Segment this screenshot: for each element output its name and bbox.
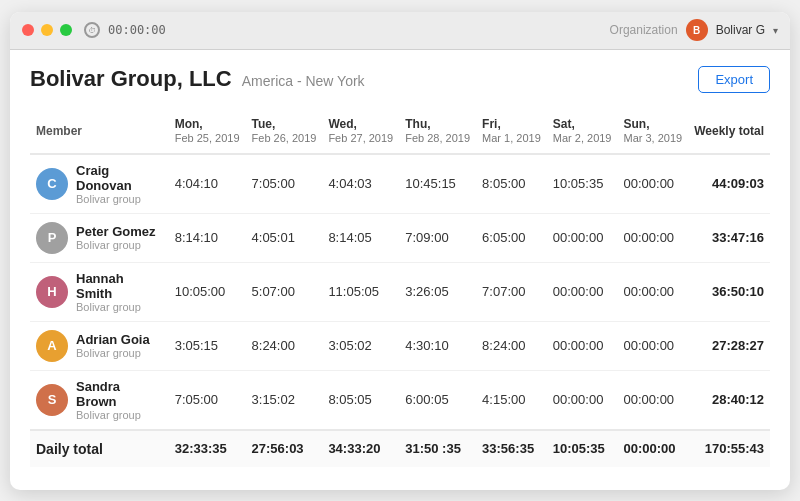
org-label: Organization [610,23,678,37]
member-cell-2: H Hannah Smith Bolivar group [30,262,169,321]
timer-icon: ⏱ [84,22,100,38]
avatar: S [36,384,68,416]
maximize-button[interactable] [60,24,72,36]
member-name: Craig Donovan [76,163,163,193]
tue-header: Tue, Feb 26, 2019 [246,109,323,154]
table-row: P Peter Gomez Bolivar group 8:14:104:05:… [30,213,770,262]
daily-total-sat: 10:05:35 [547,430,618,467]
sun-time-0: 00:00:00 [617,154,688,214]
thu-time-0: 10:45:15 [399,154,476,214]
export-button[interactable]: Export [698,66,770,93]
daily-total-row: Daily total32:33:3527:56:0334:33:2031:50… [30,430,770,467]
mon-time-4: 7:05:00 [169,370,246,430]
weekly-header: Weekly total [688,109,770,154]
weekly-total-4: 28:40:12 [688,370,770,430]
daily-total-label: Daily total [30,430,169,467]
avatar: H [36,276,68,308]
traffic-lights [22,24,72,36]
mon-header: Mon, Feb 25, 2019 [169,109,246,154]
member-name: Adrian Goia [76,332,150,347]
table-row: C Craig Donovan Bolivar group 4:04:107:0… [30,154,770,214]
wed-time-4: 8:05:05 [322,370,399,430]
daily-total-fri: 33:56:35 [476,430,547,467]
thu-time-4: 6:00:05 [399,370,476,430]
main-window: ⏱ 00:00:00 Organization B Bolivar G ▾ Bo… [10,12,790,490]
sat-time-1: 00:00:00 [547,213,618,262]
fri-time-1: 6:05:00 [476,213,547,262]
weekly-total-3: 27:28:27 [688,321,770,370]
member-cell-4: S Sandra Brown Bolivar group [30,370,169,430]
tue-time-3: 8:24:00 [246,321,323,370]
member-group: Bolivar group [76,347,150,359]
table-row: H Hannah Smith Bolivar group 10:05:005:0… [30,262,770,321]
minimize-button[interactable] [41,24,53,36]
weekly-grand-total: 170:55:43 [688,430,770,467]
wed-time-1: 8:14:05 [322,213,399,262]
member-name: Hannah Smith [76,271,163,301]
member-group: Bolivar group [76,301,163,313]
wed-time-0: 4:04:03 [322,154,399,214]
avatar: C [36,168,68,200]
sun-time-2: 00:00:00 [617,262,688,321]
weekly-total-2: 36:50:10 [688,262,770,321]
sat-time-3: 00:00:00 [547,321,618,370]
titlebar: ⏱ 00:00:00 Organization B Bolivar G ▾ [10,12,790,50]
daily-total-sun: 00:00:00 [617,430,688,467]
table-row: S Sandra Brown Bolivar group 7:05:003:15… [30,370,770,430]
thu-time-1: 7:09:00 [399,213,476,262]
fri-time-3: 8:24:00 [476,321,547,370]
thu-time-3: 4:30:10 [399,321,476,370]
close-button[interactable] [22,24,34,36]
page-title-area: Bolivar Group, LLC America - New York [30,66,365,92]
sun-header: Sun, Mar 3, 2019 [617,109,688,154]
member-group: Bolivar group [76,193,163,205]
member-cell-3: A Adrian Goia Bolivar group [30,321,169,370]
daily-total-tue: 27:56:03 [246,430,323,467]
mon-time-2: 10:05:00 [169,262,246,321]
member-cell-0: C Craig Donovan Bolivar group [30,154,169,214]
tue-time-2: 5:07:00 [246,262,323,321]
sat-time-2: 00:00:00 [547,262,618,321]
daily-total-wed: 34:33:20 [322,430,399,467]
wed-header: Wed, Feb 27, 2019 [322,109,399,154]
wed-time-2: 11:05:05 [322,262,399,321]
sat-time-0: 10:05:35 [547,154,618,214]
org-area: Organization B Bolivar G ▾ [610,19,778,41]
fri-time-2: 7:07:00 [476,262,547,321]
sat-time-4: 00:00:00 [547,370,618,430]
fri-time-0: 8:05:00 [476,154,547,214]
mon-time-1: 8:14:10 [169,213,246,262]
member-cell-1: P Peter Gomez Bolivar group [30,213,169,262]
tue-time-0: 7:05:00 [246,154,323,214]
sun-time-4: 00:00:00 [617,370,688,430]
fri-time-4: 4:15:00 [476,370,547,430]
org-avatar: B [686,19,708,41]
member-name: Peter Gomez [76,224,155,239]
daily-total-thu: 31:50 :35 [399,430,476,467]
org-name: Bolivar G [716,23,765,37]
sat-header: Sat, Mar 2, 2019 [547,109,618,154]
timer-display: 00:00:00 [108,23,166,37]
time-table: Member Mon, Feb 25, 2019 Tue, Feb 26, 20… [30,109,770,467]
page-header: Bolivar Group, LLC America - New York Ex… [30,66,770,93]
mon-time-0: 4:04:10 [169,154,246,214]
mon-time-3: 3:05:15 [169,321,246,370]
weekly-total-1: 33:47:16 [688,213,770,262]
content-area: Bolivar Group, LLC America - New York Ex… [10,50,790,490]
thu-header: Thu, Feb 28, 2019 [399,109,476,154]
org-chevron-icon[interactable]: ▾ [773,25,778,36]
page-title: Bolivar Group, LLC [30,66,232,92]
member-group: Bolivar group [76,239,155,251]
table-row: A Adrian Goia Bolivar group 3:05:158:24:… [30,321,770,370]
daily-total-mon: 32:33:35 [169,430,246,467]
thu-time-2: 3:26:05 [399,262,476,321]
table-header-row: Member Mon, Feb 25, 2019 Tue, Feb 26, 20… [30,109,770,154]
wed-time-3: 3:05:02 [322,321,399,370]
tue-time-1: 4:05:01 [246,213,323,262]
fri-header: Fri, Mar 1, 2019 [476,109,547,154]
avatar: P [36,222,68,254]
member-group: Bolivar group [76,409,163,421]
sun-time-1: 00:00:00 [617,213,688,262]
member-name: Sandra Brown [76,379,163,409]
avatar: A [36,330,68,362]
